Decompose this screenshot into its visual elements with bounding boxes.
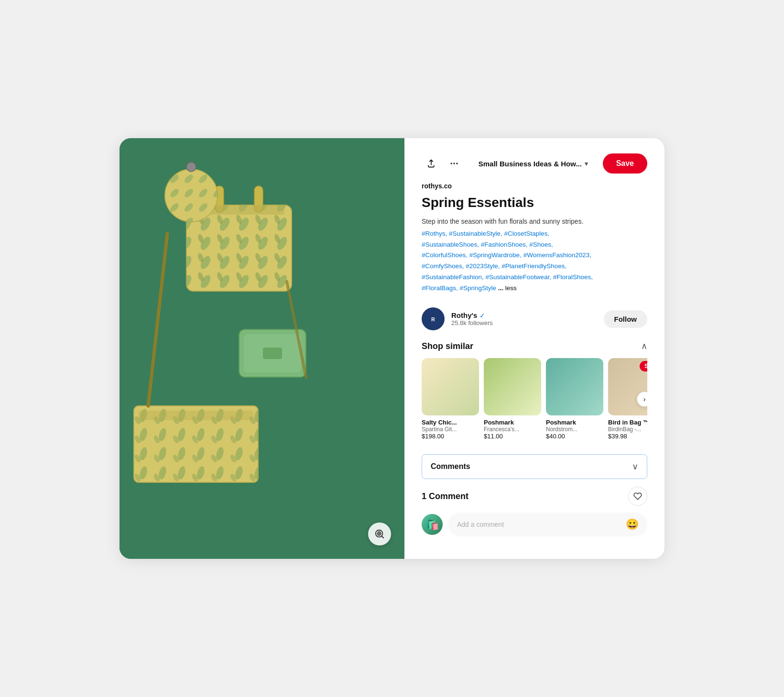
- hashtag[interactable]: #Rothys,: [422, 230, 449, 237]
- hashtag[interactable]: #2023Style,: [466, 262, 501, 270]
- author-avatar: R: [422, 307, 445, 330]
- svg-rect-11: [263, 348, 282, 359]
- content-panel: Small Business Ideas & How... ▾ Save rot…: [404, 138, 664, 559]
- emoji-button[interactable]: 😀: [626, 518, 639, 531]
- hashtag[interactable]: #SpringStyle: [460, 284, 498, 292]
- board-selector[interactable]: Small Business Ideas & How... ▾: [469, 160, 597, 168]
- hashtag[interactable]: #ColorfulShoes,: [422, 251, 469, 259]
- svg-point-7: [165, 169, 218, 222]
- comments-chevron-down-icon: ∨: [632, 461, 638, 472]
- product-name: Poshmark: [484, 419, 541, 426]
- svg-point-28: [453, 163, 455, 164]
- save-button[interactable]: Save: [603, 153, 647, 174]
- hashtag[interactable]: #Shoes,: [529, 241, 553, 248]
- svg-text:R: R: [431, 316, 435, 322]
- product-name: Bird in Bag ™: [608, 419, 647, 426]
- hashtag[interactable]: #PlanetFriendlyShoes,: [501, 262, 566, 270]
- hashtag[interactable]: #FloralBags,: [422, 284, 460, 292]
- author-name-row: Rothy's ✓: [451, 311, 597, 319]
- product-image: [422, 358, 479, 415]
- product-image-wrap: Save: [608, 358, 647, 415]
- product-price: $40.00: [546, 433, 603, 440]
- hashtag[interactable]: #ComfyShoes,: [422, 262, 466, 270]
- product-image: [546, 358, 603, 415]
- author-info: Rothy's ✓ 25.8k followers: [451, 311, 597, 327]
- product-store: Spartina Git...: [422, 426, 479, 433]
- product-price: $11.00: [484, 433, 541, 440]
- svg-point-29: [456, 163, 457, 164]
- hashtag[interactable]: #SustainableShoes,: [422, 241, 481, 248]
- author-name: Rothy's: [451, 311, 477, 319]
- comment-placeholder: Add a comment: [457, 521, 504, 528]
- shop-similar-section: Shop similar ∧ Salty Chic... Spartina Gi…: [422, 341, 647, 440]
- follow-button[interactable]: Follow: [604, 310, 648, 328]
- product-image-wrap: [546, 358, 603, 415]
- product-image-wrap: [422, 358, 479, 415]
- pin-image-panel: [120, 138, 404, 559]
- product-price: $198.00: [422, 433, 479, 440]
- product-image: [484, 358, 541, 415]
- product-card[interactable]: Salty Chic... Spartina Git... $198.00: [422, 358, 479, 440]
- product-image-wrap: [484, 358, 541, 415]
- svg-rect-14: [139, 411, 253, 420]
- collapse-button[interactable]: ∧: [641, 341, 647, 351]
- comments-header-label: Comments: [431, 462, 470, 471]
- product-name: Poshmark: [546, 419, 603, 426]
- pin-card: Small Business Ideas & How... ▾ Save rot…: [120, 138, 664, 559]
- svg-point-27: [451, 163, 452, 164]
- chevron-down-icon: ▾: [585, 160, 588, 167]
- more-options-button[interactable]: [445, 154, 464, 173]
- hashtag[interactable]: #FashionShoes,: [481, 241, 529, 248]
- hashtag[interactable]: #SustainableFootwear,: [486, 273, 553, 281]
- products-row: Salty Chic... Spartina Git... $198.00 Po…: [422, 358, 647, 440]
- comment-input-wrap[interactable]: Add a comment 😀: [448, 512, 647, 536]
- pin-image: [120, 138, 404, 559]
- hashtag[interactable]: #WomensFashion2023,: [523, 251, 591, 259]
- visual-search-button[interactable]: [368, 523, 391, 545]
- shop-similar-title: Shop similar: [422, 341, 473, 351]
- hashtag[interactable]: #ClosetStaples,: [504, 230, 550, 237]
- hashtag[interactable]: #SpringWardrobe,: [469, 251, 523, 259]
- product-price: $39.98: [608, 433, 647, 440]
- action-icons: [422, 154, 464, 173]
- like-button[interactable]: [628, 487, 647, 506]
- product-save-button[interactable]: Save: [640, 361, 647, 371]
- author-followers: 25.8k followers: [451, 319, 597, 327]
- comments-header-bar[interactable]: Comments ∨: [422, 454, 647, 479]
- pin-title: Spring Essentials: [422, 195, 647, 211]
- svg-line-23: [381, 536, 383, 538]
- comments-count-row: 1 Comment: [422, 487, 647, 506]
- product-store: Francesca's...: [484, 426, 541, 433]
- comment-input-row: 🛍️ Add a comment 😀: [422, 512, 647, 536]
- hashtag[interactable]: #FloralShoes,: [553, 273, 593, 281]
- author-row: R Rothy's ✓ 25.8k followers Follow: [422, 307, 647, 330]
- svg-point-8: [186, 162, 196, 172]
- board-name: Small Business Ideas & How...: [479, 160, 582, 168]
- hashtag[interactable]: #SustainableFashion,: [422, 273, 486, 281]
- comments-section: Comments ∨ 1 Comment 🛍️ Add a comment 😀: [422, 454, 647, 536]
- shop-similar-header: Shop similar ∧: [422, 341, 647, 351]
- commenter-avatar: 🛍️: [422, 514, 443, 535]
- product-name: Salty Chic...: [422, 419, 479, 426]
- top-bar: Small Business Ideas & How... ▾ Save: [422, 153, 647, 174]
- hashtags-container: #Rothys, #SustainableStyle, #ClosetStapl…: [422, 229, 647, 294]
- product-store: BirdinBag -...: [608, 426, 647, 433]
- source-link[interactable]: rothys.co: [422, 182, 647, 190]
- product-store: Nordstrom...: [546, 426, 603, 433]
- verified-icon: ✓: [479, 312, 485, 319]
- product-card[interactable]: Poshmark Francesca's... $11.00: [484, 358, 541, 440]
- share-button[interactable]: [422, 154, 441, 173]
- comments-count: 1 Comment: [422, 491, 468, 501]
- pin-description: Step into the season with fun florals an…: [422, 217, 647, 227]
- product-card[interactable]: Poshmark Nordstrom... $40.00: [546, 358, 603, 440]
- show-less-button[interactable]: ... less: [498, 284, 517, 292]
- hashtag[interactable]: #SustainableStyle,: [449, 230, 504, 237]
